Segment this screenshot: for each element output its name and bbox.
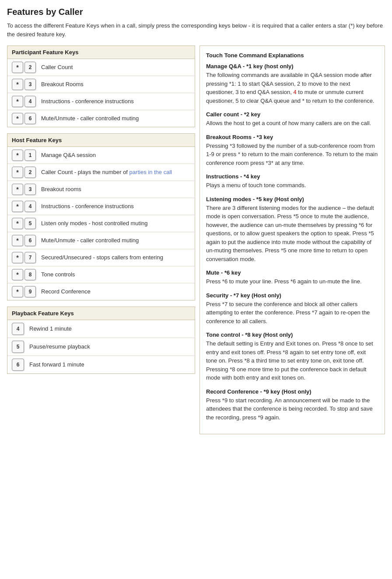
table-row: *3Breakout Rooms [7,76,195,93]
feature-description: Breakout Rooms [41,80,84,88]
feature-description: Mute/Unmute - caller controlled muting [41,237,139,244]
feature-description: Caller Count [41,63,73,71]
table-row: *8Tone controls [7,266,195,283]
key-group: *4 [12,96,36,107]
number-key: 3 [24,184,36,195]
host-section: Host Feature Keys *1Manage Q&A session*2… [7,133,195,300]
number-key: 6 [24,235,36,246]
explanation-block: Instructions - *4 keyPlays a menu of tou… [206,173,378,190]
number-key: 3 [24,79,36,90]
feature-description: Pause/resume playback [29,343,90,351]
star-key: * [12,286,23,297]
intro-text: To access the different Feature Keys whe… [7,21,385,38]
table-row: *3Breakout rooms [7,181,195,198]
feature-description: Caller Count - plays the number of parti… [41,168,172,176]
explanation-block: Manage Q&A - *1 key (host only)The follo… [206,63,378,105]
star-key: * [12,113,23,124]
number-key: 7 [24,252,36,263]
key-group: *7 [12,252,36,263]
host-header: Host Feature Keys [7,134,195,147]
star-key: * [12,62,23,73]
main-layout: Participant Feature Keys *2Caller Count*… [7,45,385,434]
number-key: 6 [24,113,36,124]
feature-description: Instructions - conference instructions [41,98,134,105]
explanation-title: Tone control - *8 key (Host only) [206,331,378,338]
key-group: 5 [12,341,24,353]
explanation-body: There are 3 different listening modes fo… [206,204,378,264]
explanation-block: Caller count - *2 keyAllows the host to … [206,111,378,128]
key-group: *3 [12,79,36,90]
explanation-title: Listening modes - *5 key (Host only) [206,196,378,202]
explanation-title: Record Conference - *9 key (Host only) [206,388,378,395]
explanation-body: The following commands are available in … [206,71,378,105]
feature-description: Fast forward 1 minute [29,361,84,369]
star-key: * [12,235,23,246]
feature-description: Manage Q&A session [41,151,96,159]
feature-description: Rewind 1 minute [29,325,72,333]
feature-description: Instructions - conference instructions [41,202,134,210]
number-key: 2 [24,62,36,73]
feature-description: Listen only modes - host controlled muti… [41,220,148,227]
playback-header: Playback Feature Keys [7,307,195,320]
star-key: * [12,79,23,90]
table-row: *4Instructions - conference instructions [7,198,195,215]
table-row: 4Rewind 1 minute [7,320,195,338]
key-group: *2 [12,167,36,178]
explanation-title: Instructions - *4 key [206,173,378,180]
key-group: *8 [12,269,36,280]
number-key: 2 [24,167,36,178]
star-key: * [12,269,23,280]
explanation-title: Manage Q&A - *1 key (host only) [206,63,378,70]
explanation-title: Security - *7 key (Host only) [206,292,378,299]
star-key: * [12,96,23,107]
star-key: * [12,218,23,229]
number-key: 8 [24,269,36,280]
star-key: * [12,150,23,161]
key-group: *5 [12,218,36,229]
explanation-body: Pressing *3 followed by the number of a … [206,142,378,167]
feature-description: Secured/Unsecured - stops callers from e… [41,254,163,262]
number-key: 5 [24,218,36,229]
explanation-body: Allows the host to get a count of how ma… [206,119,378,128]
key-group: *1 [12,150,36,161]
explanation-body: Press *6 to mute your line. Press *6 aga… [206,277,378,286]
key-group: *3 [12,184,36,195]
right-panel-header: Touch Tone Command Explanations [206,52,378,59]
explanation-block: Record Conference - *9 key (Host only)Pr… [206,388,378,422]
table-row: *9Record Conference [7,283,195,300]
right-panel: Touch Tone Command Explanations Manage Q… [200,45,385,434]
key-group: *6 [12,235,36,246]
star-key: * [12,252,23,263]
table-row: *5Listen only modes - host controlled mu… [7,215,195,232]
key-group: 4 [12,323,24,335]
number-key: 5 [12,341,24,353]
key-group: *2 [12,62,36,73]
explanation-block: Tone control - *8 key (Host only)The def… [206,331,378,382]
feature-link[interactable]: parties in the call [130,169,172,175]
explanation-block: Breakout Rooms - *3 keyPressing *3 follo… [206,134,378,167]
table-row: 6Fast forward 1 minute [7,356,195,373]
explanation-title: Caller count - *2 key [206,111,378,118]
explanation-block: Security - *7 key (Host only)Press *7 to… [206,292,378,326]
explanation-body: Press *9 to start recording. An announce… [206,396,378,422]
number-key: 9 [24,286,36,297]
table-row: *4Instructions - conference instructions [7,93,195,110]
key-group: *9 [12,286,36,297]
participant-header: Participant Feature Keys [7,46,195,59]
number-key: 1 [24,150,36,161]
star-key: * [12,184,23,195]
explanation-body: Press *7 to secure the conference and bl… [206,300,378,326]
table-row: *6Mute/Unmute - caller controlled muting [7,110,195,127]
number-key: 4 [12,323,24,335]
playback-section: Playback Feature Keys 4Rewind 1 minute5P… [7,307,195,374]
key-group: *6 [12,113,36,124]
star-key: * [12,201,23,212]
highlight-text: 4 [293,89,296,95]
number-key: 4 [24,201,36,212]
feature-description: Record Conference [41,288,91,296]
explanation-block: Listening modes - *5 key (Host only)Ther… [206,196,378,264]
table-row: *7Secured/Unsecured - stops callers from… [7,249,195,266]
explanation-title: Mute - *6 key [206,269,378,276]
key-group: 6 [12,359,24,371]
table-row: *6Mute/Unmute - caller controlled muting [7,232,195,249]
